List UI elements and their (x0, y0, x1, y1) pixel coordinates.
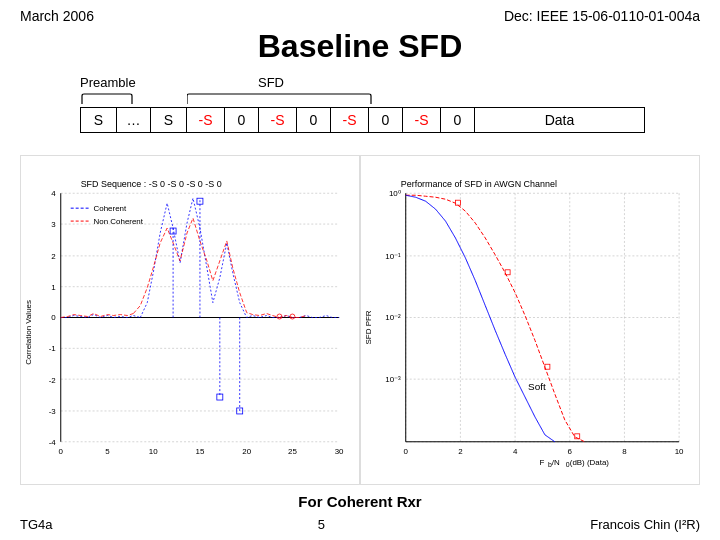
footer-right: Francois Chin (I²R) (590, 517, 700, 532)
sfd-box-data: Data (475, 108, 644, 132)
svg-text:10⁻³: 10⁻³ (385, 375, 401, 384)
svg-text:4: 4 (513, 447, 518, 456)
svg-text:-2: -2 (49, 376, 57, 385)
sfd-box-0c: 0 (369, 108, 403, 132)
svg-text:20: 20 (242, 447, 251, 456)
sfd-box-ms3: -S (331, 108, 369, 132)
coherent-rxr-label: For Coherent Rxr (0, 493, 720, 510)
left-chart: SFD Sequence : -S 0 -S 0 -S 0 -S 0 Corre… (20, 155, 360, 485)
svg-text:10⁰: 10⁰ (389, 189, 401, 198)
svg-text:15: 15 (196, 447, 205, 456)
right-chart: Performance of SFD in AWGN Channel SFD P… (360, 155, 700, 485)
sfd-box-0b: 0 (297, 108, 331, 132)
svg-text:-4: -4 (49, 438, 57, 447)
soft-label: Soft (528, 381, 546, 392)
svg-text:10⁻²: 10⁻² (385, 313, 401, 322)
svg-rect-69 (455, 200, 460, 205)
svg-text:/N: /N (552, 458, 560, 467)
header-left: March 2006 (20, 8, 94, 24)
svg-text:3: 3 (51, 220, 56, 229)
right-chart-title: Performance of SFD in AWGN Channel (401, 179, 557, 189)
sfd-label: SFD (258, 75, 284, 90)
svg-text:10: 10 (149, 447, 158, 456)
sfd-box-0d: 0 (441, 108, 475, 132)
svg-text:2: 2 (458, 447, 463, 456)
footer-center: 5 (53, 517, 591, 532)
svg-text:10⁻¹: 10⁻¹ (385, 252, 401, 261)
svg-text:1: 1 (51, 283, 56, 292)
svg-text:Coherent: Coherent (94, 204, 127, 213)
svg-text:F: F (539, 458, 544, 467)
sfd-box-0a: 0 (225, 108, 259, 132)
svg-text:10: 10 (675, 447, 684, 456)
svg-text:5: 5 (105, 447, 110, 456)
svg-text:6: 6 (568, 447, 573, 456)
sfd-box-s1: S (81, 108, 117, 132)
left-chart-title: SFD Sequence : -S 0 -S 0 -S 0 -S 0 (81, 179, 222, 189)
svg-text:2: 2 (51, 252, 56, 261)
footer-left: TG4a (20, 517, 53, 532)
sfd-box-ms1: -S (187, 108, 225, 132)
sfd-sequence: S … S -S 0 -S 0 -S 0 -S 0 Data (80, 107, 645, 133)
svg-text:Non Coherent: Non Coherent (94, 217, 144, 226)
svg-text:0: 0 (404, 447, 409, 456)
svg-text:0: 0 (59, 447, 64, 456)
preamble-label: Preamble (80, 75, 136, 90)
svg-text:-3: -3 (49, 407, 57, 416)
svg-text:-1: -1 (49, 344, 57, 353)
sfd-box-ms4: -S (403, 108, 441, 132)
left-chart-y-label: Correlation Values (24, 300, 33, 365)
svg-text:4: 4 (51, 189, 56, 198)
svg-text:8: 8 (622, 447, 627, 456)
page-title: Baseline SFD (0, 28, 720, 65)
svg-point-31 (277, 314, 282, 319)
svg-text:0: 0 (51, 313, 56, 322)
svg-text:25: 25 (288, 447, 297, 456)
sfd-box-s2: S (151, 108, 187, 132)
header-right: Dec: IEEE 15-06-0110-01-004a (504, 8, 700, 24)
svg-text:30: 30 (335, 447, 344, 456)
right-chart-y-label: SFD PFR (364, 310, 373, 344)
svg-text:(dB) (Data): (dB) (Data) (570, 458, 610, 467)
sfd-box-dots: … (117, 108, 151, 132)
sfd-box-ms2: -S (259, 108, 297, 132)
